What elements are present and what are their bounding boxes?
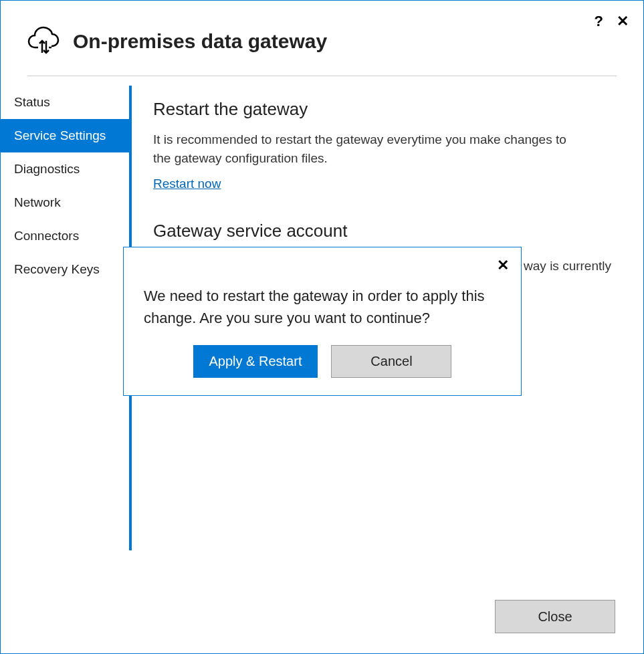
close-button[interactable]: Close [495, 600, 615, 633]
restart-confirm-dialog: ✕ We need to restart the gateway in orde… [123, 247, 522, 396]
sidebar-item-diagnostics[interactable]: Diagnostics [1, 152, 129, 186]
app-window: ? ✕ On-premises data gateway Status Serv… [0, 0, 644, 654]
cancel-button[interactable]: Cancel [331, 345, 451, 378]
dialog-message: We need to restart the gateway in order … [144, 285, 501, 329]
footer: Close [495, 600, 615, 633]
dialog-buttons: Apply & Restart Cancel [144, 345, 501, 378]
sidebar-item-recovery-keys[interactable]: Recovery Keys [1, 253, 129, 286]
help-icon[interactable]: ? [595, 13, 603, 30]
page-title: On-premises data gateway [73, 30, 327, 53]
sidebar-item-service-settings[interactable]: Service Settings [1, 119, 129, 152]
dialog-close-icon[interactable]: ✕ [497, 257, 509, 274]
titlebar-controls: ? ✕ [595, 13, 629, 30]
sidebar: Status Service Settings Diagnostics Netw… [1, 86, 129, 653]
restart-now-link[interactable]: Restart now [153, 177, 221, 191]
sidebar-item-status[interactable]: Status [1, 86, 129, 119]
close-icon[interactable]: ✕ [617, 13, 629, 30]
restart-section-title: Restart the gateway [153, 99, 611, 120]
sidebar-item-connectors[interactable]: Connectors [1, 219, 129, 253]
cloud-sync-icon [27, 26, 60, 57]
account-section-title: Gateway service account [153, 221, 611, 241]
apply-restart-button[interactable]: Apply & Restart [193, 345, 318, 378]
sidebar-item-network[interactable]: Network [1, 186, 129, 219]
header: On-premises data gateway [1, 1, 643, 76]
restart-section-text: It is recommended to restart the gateway… [153, 130, 581, 167]
